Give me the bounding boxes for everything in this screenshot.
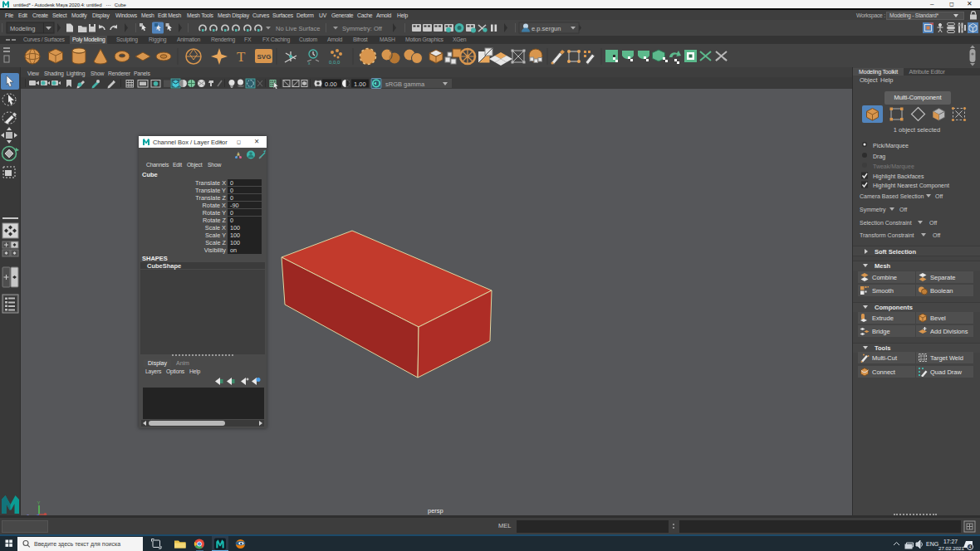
svg-text:Symmetry: Symmetry	[860, 207, 886, 213]
svg-text:Y: Y	[37, 500, 41, 505]
svg-text:Pick/Marquee: Pick/Marquee	[873, 143, 909, 149]
svg-text:17:27: 17:27	[943, 539, 958, 544]
svg-text:Off: Off	[933, 232, 940, 238]
svg-text:Selection Constraint: Selection Constraint	[860, 220, 912, 226]
svg-text:Symmetry: Off: Symmetry: Off	[342, 25, 383, 32]
svg-text:Off: Off	[899, 207, 907, 212]
svg-text:27.02.2021: 27.02.2021	[938, 545, 965, 551]
svg-text:SVG: SVG	[257, 53, 272, 61]
svg-text:e.p.sergun: e.p.sergun	[532, 25, 561, 32]
svg-text:No Live Surface: No Live Surface	[276, 25, 320, 32]
svg-text:x: x	[308, 61, 311, 66]
svg-text:1.00: 1.00	[354, 80, 366, 88]
svg-text:0,0,0: 0,0,0	[329, 60, 341, 65]
svg-text:Off: Off	[935, 193, 943, 199]
svg-text:Highlight Backfaces: Highlight Backfaces	[873, 173, 924, 180]
svg-text:0.00: 0.00	[325, 80, 337, 88]
svg-text:T: T	[237, 49, 246, 65]
svg-text:Tweak/Marquee: Tweak/Marquee	[873, 163, 914, 170]
svg-text:Off: Off	[929, 220, 937, 226]
svg-text:Modeling: Modeling	[10, 25, 35, 32]
svg-text:Highlight Nearest Component: Highlight Nearest Component	[873, 183, 949, 189]
svg-text:Camera Based Selection: Camera Based Selection	[860, 193, 924, 199]
svg-text:4: 4	[968, 544, 971, 549]
svg-text:Drag: Drag	[873, 154, 885, 160]
svg-text:Transform Constraint: Transform Constraint	[860, 232, 914, 238]
svg-text:Введите здесь текст для поиска: Введите здесь текст для поиска	[34, 541, 120, 548]
svg-text:ENG: ENG	[926, 541, 938, 547]
svg-text:sRGB gamma: sRGB gamma	[385, 80, 425, 88]
